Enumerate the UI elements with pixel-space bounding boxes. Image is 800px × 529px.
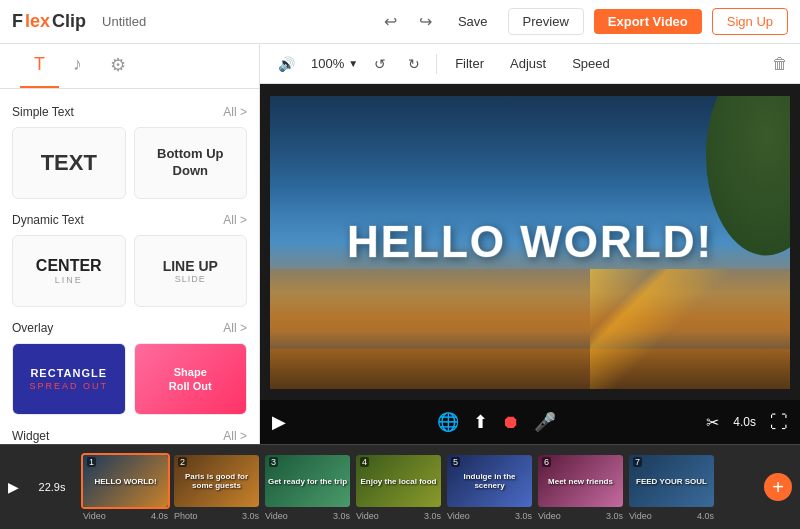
overlay-rect-title: RECTANGLE bbox=[30, 367, 107, 379]
track-dur: 3.0s bbox=[333, 511, 350, 521]
mic-btn[interactable]: 🎤 bbox=[534, 411, 556, 433]
simple-text-all[interactable]: All > bbox=[223, 105, 247, 119]
record-btn[interactable]: ⏺ bbox=[502, 412, 520, 433]
play-button[interactable]: ▶ bbox=[272, 411, 286, 433]
delete-btn[interactable]: 🗑 bbox=[772, 55, 788, 73]
scissors-btn[interactable]: ✂ bbox=[706, 413, 719, 432]
road-lines bbox=[590, 269, 790, 389]
track-type: Video bbox=[447, 511, 470, 521]
speed-btn[interactable]: Speed bbox=[564, 53, 618, 74]
timeline-track-6[interactable]: Meet new friends6Video3.0s bbox=[536, 453, 625, 521]
tab-music[interactable]: ♪ bbox=[59, 44, 96, 88]
overlay-shape-bg: ShapeRoll Out bbox=[135, 344, 247, 414]
save-button[interactable]: Save bbox=[448, 10, 498, 33]
tab-settings[interactable]: ⚙ bbox=[96, 44, 140, 88]
text-card-anim-label: Bottom UpDown bbox=[157, 146, 223, 180]
widget-title: Widget bbox=[12, 429, 49, 443]
video-canvas: HELLO WORLD! bbox=[260, 84, 800, 400]
widget-all[interactable]: All > bbox=[223, 429, 247, 443]
overlay-rect-sub: SPREAD OUT bbox=[29, 381, 108, 391]
overlay-cards: RECTANGLE SPREAD OUT ShapeRoll Out bbox=[12, 343, 247, 415]
volume-btn[interactable]: 🔊 bbox=[272, 53, 301, 75]
overlay-shape-title: ShapeRoll Out bbox=[169, 365, 212, 394]
filter-btn[interactable]: Filter bbox=[447, 53, 492, 74]
overlay-title: Overlay bbox=[12, 321, 53, 335]
canvas-area: 🔊 100% ▼ ↺ ↻ Filter Adjust Speed 🗑 bbox=[260, 44, 800, 444]
text-card-plain-label: TEXT bbox=[41, 150, 97, 176]
timeline-tracks: HELLO WORLD!1Video4.0sParis is good for … bbox=[77, 445, 756, 529]
timeline-duration-value: 22.9s bbox=[39, 481, 66, 493]
text-card-center[interactable]: CENTER LINE bbox=[12, 235, 126, 307]
center-main: CENTER bbox=[36, 257, 102, 275]
overlay-all[interactable]: All > bbox=[223, 321, 247, 335]
lineup-main: LINE UP bbox=[163, 258, 218, 274]
canvas-toolbar: 🔊 100% ▼ ↺ ↻ Filter Adjust Speed 🗑 bbox=[260, 44, 800, 84]
timeline-track-1[interactable]: HELLO WORLD!1Video4.0s bbox=[81, 453, 170, 521]
overlay-header: Overlay All > bbox=[12, 321, 247, 335]
timeline-track-2[interactable]: Paris is good for some guests2Photo3.0s bbox=[172, 453, 261, 521]
video-controls: ▶ 🌐 ⬆ ⏺ 🎤 ✂ 4.0s ⛶ bbox=[260, 400, 800, 444]
track-dur: 3.0s bbox=[606, 511, 623, 521]
reset-btn[interactable]: ↺ bbox=[368, 53, 392, 75]
track-type: Video bbox=[356, 511, 379, 521]
redo-button[interactable]: ↪ bbox=[413, 8, 438, 35]
timeline-track-3[interactable]: Get ready for the trip3Video3.0s bbox=[263, 453, 352, 521]
panel-tabs: T ♪ ⚙ bbox=[0, 44, 259, 89]
track-dur: 3.0s bbox=[242, 511, 259, 521]
timeline-play[interactable]: ▶ bbox=[0, 479, 27, 495]
logo-lex: F bbox=[12, 11, 23, 32]
tab-text[interactable]: T bbox=[20, 44, 59, 88]
text-card-plain[interactable]: TEXT bbox=[12, 127, 126, 199]
simple-text-header: Simple Text All > bbox=[12, 105, 247, 119]
undo-button[interactable]: ↩ bbox=[378, 8, 403, 35]
upload-btn[interactable]: ⬆ bbox=[473, 411, 488, 433]
zoom-chevron: ▼ bbox=[348, 58, 358, 69]
lineup-sub: SLIDE bbox=[163, 274, 218, 284]
preview-button[interactable]: Preview bbox=[508, 8, 584, 35]
duration-label: 4.0s bbox=[733, 415, 756, 429]
zoom-control[interactable]: 100% ▼ bbox=[311, 56, 358, 71]
panel-content: Simple Text All > TEXT Bottom UpDown Dyn… bbox=[0, 89, 259, 444]
timeline-track-4[interactable]: Enjoy the local food4Video3.0s bbox=[354, 453, 443, 521]
track-dur: 3.0s bbox=[424, 511, 441, 521]
logo-clip: lex bbox=[25, 11, 50, 32]
video-preview: HELLO WORLD! bbox=[270, 96, 790, 389]
left-panel: T ♪ ⚙ Simple Text All > TEXT Bottom UpDo… bbox=[0, 44, 260, 444]
video-overlay-text: HELLO WORLD! bbox=[347, 217, 713, 267]
zoom-value: 100% bbox=[311, 56, 344, 71]
export-button[interactable]: Export Video bbox=[594, 9, 702, 34]
dynamic-text-all[interactable]: All > bbox=[223, 213, 247, 227]
track-type: Video bbox=[538, 511, 561, 521]
overlay-rect-bg: RECTANGLE SPREAD OUT bbox=[13, 344, 125, 414]
overlay-rect-card[interactable]: RECTANGLE SPREAD OUT bbox=[12, 343, 126, 415]
simple-text-title: Simple Text bbox=[12, 105, 74, 119]
track-dur: 3.0s bbox=[515, 511, 532, 521]
track-type: Video bbox=[629, 511, 652, 521]
adjust-btn[interactable]: Adjust bbox=[502, 53, 554, 74]
add-clip-btn[interactable]: + bbox=[764, 473, 792, 501]
refresh-btn[interactable]: ↻ bbox=[402, 53, 426, 75]
text-card-lineup[interactable]: LINE UP SLIDE bbox=[134, 235, 248, 307]
main-area: T ♪ ⚙ Simple Text All > TEXT Bottom UpDo… bbox=[0, 44, 800, 444]
timeline-track-5[interactable]: Indulge in the scenery5Video3.0s bbox=[445, 453, 534, 521]
dynamic-text-cards: CENTER LINE LINE UP SLIDE bbox=[12, 235, 247, 307]
center-card-content: CENTER LINE bbox=[36, 257, 102, 285]
timeline-duration: 22.9s bbox=[27, 481, 77, 493]
dynamic-text-title: Dynamic Text bbox=[12, 213, 84, 227]
timeline-track-7[interactable]: FEED YOUR SOUL7Video4.0s bbox=[627, 453, 716, 521]
logo-rest: Clip bbox=[52, 11, 86, 32]
center-sub: LINE bbox=[36, 275, 102, 285]
track-dur: 4.0s bbox=[151, 511, 168, 521]
widget-header: Widget All > bbox=[12, 429, 247, 443]
dynamic-text-header: Dynamic Text All > bbox=[12, 213, 247, 227]
track-dur: 4.0s bbox=[697, 511, 714, 521]
timeline: ▶ 22.9s HELLO WORLD!1Video4.0sParis is g… bbox=[0, 444, 800, 529]
text-card-animated[interactable]: Bottom UpDown bbox=[134, 127, 248, 199]
logo: FlexClip bbox=[12, 11, 86, 32]
globe-btn[interactable]: 🌐 bbox=[437, 411, 459, 433]
lineup-card-content: LINE UP SLIDE bbox=[163, 258, 218, 284]
fullscreen-btn[interactable]: ⛶ bbox=[770, 412, 788, 433]
overlay-shape-card[interactable]: ShapeRoll Out bbox=[134, 343, 248, 415]
signup-button[interactable]: Sign Up bbox=[712, 8, 788, 35]
track-type: Photo bbox=[174, 511, 198, 521]
